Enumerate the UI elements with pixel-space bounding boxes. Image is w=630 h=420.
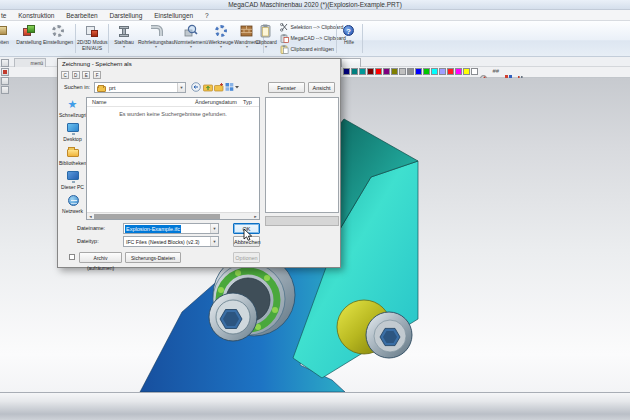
wall-icon [240,24,254,38]
ribbon-button-rohrleitungsbau[interactable]: Rohrleitungsbau ▾ [138,22,174,56]
options-button: Optionen [233,252,260,263]
new-folder-button[interactable] [214,82,224,92]
color-palette [343,68,479,76]
filetype-label: Dateityp: [77,238,99,244]
menu-item-help[interactable]: ? [200,10,214,21]
dropdown-caret: ▾ [174,45,208,49]
status-bar [0,392,630,420]
palette-swatch[interactable] [471,68,478,75]
menu-item-bearbeiten[interactable]: Bearbeiten [61,10,102,21]
chevron-down-icon[interactable]: ▼ [177,83,185,92]
folder-icon [97,86,106,92]
file-list-header: Name Änderungsdatum Typ [87,98,259,107]
left-toolbar-icon[interactable] [1,59,9,67]
ribbon: beiten Darstellung Einstellungen 2D/3D M… [0,21,630,57]
scroll-right-arrow[interactable]: ► [252,213,259,220]
palette-swatch[interactable] [383,68,390,75]
horizontal-scrollbar[interactable]: ◄ ► [87,212,259,219]
archive-button[interactable]: Archiv (aufräumen) [79,252,122,263]
filename-input[interactable]: Explosion-Example.ifc ▼ [123,223,219,234]
palette-swatch[interactable] [439,68,446,75]
palette-swatch[interactable] [351,68,358,75]
palette-swatch[interactable] [415,68,422,75]
2d3d-mode-icon [85,24,99,38]
archive-checkbox[interactable] [69,254,75,260]
sidebar-item-schnellzugriff[interactable]: ★ Schnellzugriff [59,98,86,121]
menu-bar: te Konstruktion Bearbeiten Darstellung E… [0,10,630,21]
palette-swatch[interactable] [407,68,414,75]
clipboard-icon [259,24,273,38]
left-toolbar-icon[interactable] [1,86,9,94]
sphere-icon[interactable] [480,68,487,75]
menu-item-einstellungen[interactable]: Einstellungen [149,10,198,21]
window-title: MegaCAD Maschinenbau 2020 (*)(Explosion-… [228,1,402,8]
palette-swatch[interactable] [431,68,438,75]
star-icon: ★ [66,98,80,111]
palette-swatch[interactable] [455,68,462,75]
palette-swatch[interactable] [399,68,406,75]
dropdown-caret: ▾ [253,45,279,49]
up-folder-button[interactable] [203,82,213,92]
column-date[interactable]: Änderungsdatum [195,99,237,105]
column-name[interactable]: Name [92,99,107,105]
ribbon-button-2d3d-modus[interactable]: 2D/3D Modus EIN/AUS [77,22,107,56]
palette-swatch[interactable] [463,68,470,75]
palette-swatch[interactable] [375,68,382,75]
drive-button-c[interactable]: C [61,71,69,79]
ribbon-button-clipboard[interactable]: Clipboard ▾ [253,22,279,56]
chevron-down-icon[interactable]: ▼ [210,237,218,246]
fenster-button[interactable]: Fenster [268,82,305,93]
ribbon-button-normteilemenu[interactable]: Normteilemenü ▾ [174,22,208,56]
left-toolbar-tab[interactable]: menü [14,58,46,67]
dropdown-caret: ▾ [138,45,174,49]
chevron-down-icon[interactable]: ▼ [210,224,218,233]
ribbon-button-stahlbau[interactable]: Stahlbau ▾ [110,22,138,56]
sidebar-item-netzwerk[interactable]: Netzwerk [59,194,86,217]
scrollbar-thumb[interactable] [94,214,220,219]
gear-icon [51,24,65,38]
palette-swatch[interactable] [423,68,430,75]
drawing-window-tab[interactable] [341,58,361,67]
library-folder-icon [66,146,80,159]
scissors-icon [280,23,289,32]
ribbon-separator [75,24,76,53]
save-as-dialog: Zeichnung - Speichern als C D E F Suchen… [57,58,341,268]
ribbon-button-selektion-clipboard[interactable]: Selektion --> Clipboard [280,22,343,33]
ribbon-separator [108,24,109,53]
palette-swatch[interactable] [391,68,398,75]
filename-label: Dateiname: [77,225,105,231]
palette-swatch[interactable] [367,68,374,75]
filetype-dropdown[interactable]: IFC Files (Nested Blocks) (v2.3) ▼ [123,236,219,247]
file-list[interactable]: Name Änderungsdatum Typ Es wurden keine … [86,97,260,220]
ribbon-button-einstellungen[interactable]: Einstellungen [42,22,74,56]
drive-button-d[interactable]: D [72,71,80,79]
sidebar-item-desktop[interactable]: Desktop [59,122,86,145]
menu-item-konstruktion[interactable]: Konstruktion [13,10,59,21]
backup-files-button[interactable]: Sicherungs-Dateien [125,252,181,263]
drive-button-f[interactable]: F [93,71,101,79]
dialog-title: Zeichnung - Speichern als [62,61,132,67]
left-toolbar-icon[interactable] [1,68,9,76]
sidebar-item-dieser-pc[interactable]: Dieser PC [59,170,86,193]
ribbon-button-werkzeuge[interactable]: Werkzeuge ▾ [208,22,234,56]
scroll-left-arrow[interactable]: ◄ [87,213,94,220]
drive-button-e[interactable]: E [82,71,90,79]
network-globe-icon [66,194,80,207]
menu-item-darstellung[interactable]: Darstellung [104,10,147,21]
ribbon-button-cut[interactable]: beiten [0,22,14,56]
menu-item-cut[interactable]: te [0,10,11,21]
view-menu-button[interactable] [225,82,239,92]
column-type[interactable]: Typ [243,99,252,105]
ribbon-button-hilfe[interactable]: ? Hilfe [338,22,360,56]
left-toolbar-icon[interactable] [1,77,9,85]
palette-swatch[interactable] [343,68,350,75]
left-toolbar [0,58,10,95]
back-button[interactable] [191,82,201,92]
sidebar-item-bibliotheken[interactable]: Bibliotheken [59,146,86,169]
palette-swatch[interactable] [359,68,366,75]
location-dropdown[interactable]: prt ▼ [94,82,186,93]
ribbon-button-darstellung[interactable]: Darstellung [14,22,44,56]
ansicht-button[interactable]: Ansicht [308,82,335,93]
ribbon-button-clipboard-einfuegen[interactable]: Clipboard einfügen [280,44,334,55]
palette-swatch[interactable] [447,68,454,75]
